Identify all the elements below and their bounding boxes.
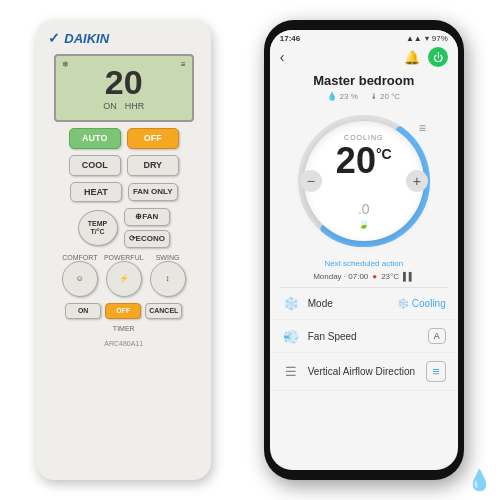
room-stats: 💧 23 % 🌡 20 °C	[270, 92, 458, 107]
cancel-button[interactable]: CANCEL	[145, 303, 182, 319]
snowflake-icon: ❄️	[397, 298, 409, 309]
on-timer-button[interactable]: ON	[65, 303, 101, 319]
remote-control: ✓ DAIKIN ❄ ≡ 20 ON HHR AUTO OFF COOL DRY…	[36, 20, 211, 480]
lcd-on-label: ON	[103, 101, 117, 111]
swing-button[interactable]: ↕	[150, 261, 186, 297]
temp-stat: 🌡 20 °C	[370, 92, 400, 101]
phone-header: ‹ 🔔 ⏻	[270, 45, 458, 71]
scene: ✓ DAIKIN ❄ ≡ 20 ON HHR AUTO OFF COOL DRY…	[0, 0, 500, 500]
humidity-stat: 💧 23 %	[327, 92, 357, 101]
status-bar: 17:46 ▲▲ ▾ 97%	[270, 30, 458, 45]
lcd-bottom: ON HHR	[103, 101, 144, 111]
increase-temp-button[interactable]: +	[406, 170, 428, 192]
lcd-timer-label: HHR	[125, 101, 145, 111]
airflow-setting-row[interactable]: ☰ Vertical Airflow Direction ≡	[270, 353, 458, 391]
next-scheduled-action-label: Next scheduled action	[270, 257, 458, 272]
watermark-icon: 💧	[467, 468, 492, 492]
daikin-check-icon: ✓	[48, 30, 60, 46]
temperature-dial[interactable]: COOLING 20 °C .0 🍃 − + ≡	[294, 111, 434, 251]
airflow-icon: ☰	[282, 364, 300, 379]
mode-label: Mode	[308, 298, 389, 309]
status-time: 17:46	[280, 34, 300, 43]
heat-button[interactable]: HEAT	[70, 182, 122, 203]
timer-row: ON OFF CANCEL	[65, 303, 182, 319]
back-button[interactable]: ‹	[280, 49, 285, 65]
powerful-button[interactable]: ⚡	[106, 261, 142, 297]
decrease-temp-button[interactable]: −	[300, 170, 322, 192]
battery-icon: 97%	[432, 34, 448, 43]
fan-speed-label: Fan Speed	[308, 331, 420, 342]
phone: 17:46 ▲▲ ▾ 97% ‹ 🔔 ⏻ Master bedroom	[264, 20, 464, 480]
comfort-label: COMFORT	[62, 254, 97, 261]
schedule-temp: 23°C	[381, 272, 399, 281]
dry-button[interactable]: DRY	[127, 155, 179, 176]
airflow-label: Vertical Airflow Direction	[308, 366, 418, 377]
power-icon: ⏻	[433, 52, 443, 63]
lcd-signal-icon: ≡	[181, 60, 186, 69]
cool-dry-row: COOL DRY	[69, 155, 179, 176]
fan-speed-setting-row[interactable]: 💨 Fan Speed A	[270, 320, 458, 353]
auto-button[interactable]: AUTO	[69, 128, 121, 149]
status-icons: ▲▲ ▾ 97%	[406, 34, 448, 43]
swing-label: SWING	[156, 254, 180, 261]
remote-logo: ✓ DAIKIN	[44, 30, 203, 48]
phone-screen: 17:46 ▲▲ ▾ 97% ‹ 🔔 ⏻ Master bedroom	[270, 30, 458, 470]
daikin-brand: DAIKIN	[64, 31, 109, 46]
dial-temperature: 20 °C	[336, 143, 392, 179]
lcd-mode-icon: ❄	[62, 60, 69, 69]
mode-value: ❄️ Cooling	[397, 298, 446, 309]
comfort-button[interactable]: ☺	[62, 261, 98, 297]
mode-icon: ❄️	[282, 296, 300, 311]
off-button[interactable]: OFF	[127, 128, 179, 149]
off-timer-button[interactable]: OFF	[105, 303, 141, 319]
dial-container: COOLING 20 °C .0 🍃 − + ≡	[270, 107, 458, 257]
dial-unit: °C	[376, 147, 392, 161]
dial-decimal: .0	[358, 201, 370, 217]
header-icons: 🔔 ⏻	[404, 47, 448, 67]
lcd-temperature: 20	[105, 65, 143, 99]
temp-button[interactable]: TEMPT/°C	[78, 210, 118, 246]
fan-speed-icon: 💨	[282, 329, 300, 344]
fan-button[interactable]: ⊕FAN	[124, 208, 170, 226]
heat-fan-row: HEAT FAN ONLY	[70, 182, 178, 203]
wifi-icon: ▾	[425, 34, 429, 43]
airflow-value: ≡	[426, 361, 446, 382]
airflow-value-icon: ≡	[432, 364, 440, 379]
lcd-display: ❄ ≡ 20 ON HHR	[54, 54, 194, 122]
mode-setting-row[interactable]: ❄️ Mode ❄️ Cooling	[270, 288, 458, 320]
schedule-dot: ●	[372, 272, 377, 281]
fan-speed-value: A	[428, 328, 446, 344]
auto-off-row: AUTO OFF	[69, 128, 179, 149]
model-number: ARC480A11	[104, 340, 143, 347]
cool-button[interactable]: COOL	[69, 155, 121, 176]
schedule-day-time: Monday · 07:00	[313, 272, 368, 281]
schedule-text: Monday · 07:00 ● 23°C ▌▌	[270, 272, 458, 287]
power-button[interactable]: ⏻	[428, 47, 448, 67]
econo-button[interactable]: ⟳ECONO	[124, 230, 170, 248]
comfort-powerful-swing-row: COMFORT ☺ POWERFUL ⚡ SWING ↕	[62, 254, 186, 297]
fan-only-button[interactable]: FAN ONLY	[128, 183, 178, 201]
dial-menu-icon[interactable]: ≡	[419, 121, 426, 135]
powerful-label: POWERFUL	[104, 254, 144, 261]
room-title: Master bedroom	[270, 71, 458, 92]
notification-bell-icon[interactable]: 🔔	[404, 50, 420, 65]
leaf-icon: 🍃	[358, 219, 369, 229]
signal-strength-icon: ▌▌	[403, 272, 414, 281]
signal-icon: ▲▲	[406, 34, 422, 43]
temp-fan-econo-row: TEMPT/°C ⊕FAN ⟳ECONO	[78, 208, 170, 247]
timer-label: TIMER	[113, 325, 135, 332]
